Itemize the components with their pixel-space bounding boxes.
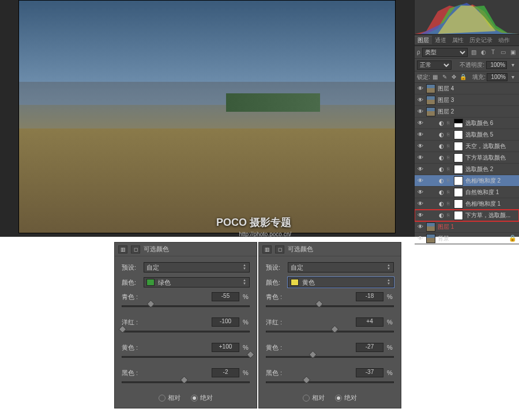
lock-transparency-icon[interactable]: ▦ <box>431 73 439 81</box>
slider-track[interactable] <box>122 353 250 361</box>
opacity-value[interactable]: 100% <box>486 61 507 69</box>
layer-row-0[interactable]: 👁图层 4 <box>415 83 519 94</box>
slider-track[interactable] <box>266 353 394 361</box>
layer-mask-thumb[interactable] <box>454 165 463 174</box>
tab-layers[interactable]: 图层 <box>415 36 432 44</box>
tab-properties[interactable]: 属性 <box>449 36 467 44</box>
layer-row-9[interactable]: 👁◐⎘自然饱和度 1 <box>415 187 519 198</box>
layer-thumb[interactable] <box>426 107 435 116</box>
layer-mask-thumb[interactable] <box>454 188 463 197</box>
tab-history[interactable]: 历史记录 <box>467 36 495 44</box>
visibility-toggle-icon[interactable]: 👁 <box>417 189 424 196</box>
layer-mask-thumb[interactable] <box>454 211 463 220</box>
layer-row-11[interactable]: 👁◐⎘下方草，选取颜... <box>415 210 519 221</box>
lock-all-icon[interactable]: 🔒 <box>459 73 467 81</box>
layer-name[interactable]: 图层 1 <box>438 223 454 231</box>
slider-value[interactable]: -2 <box>212 368 239 377</box>
preset-select-b[interactable]: 自定▲▼ <box>288 262 394 273</box>
filter-pixel-icon[interactable]: ▧ <box>469 48 477 56</box>
panel-icon-b[interactable]: ▥ <box>262 245 272 253</box>
layers-list[interactable]: 👁图层 4👁图层 3👁图层 2👁◐⎘选取颜色 6👁◐⎘选取颜色 5👁◐⎘天空，选… <box>415 83 519 244</box>
slider-value[interactable]: -18 <box>356 292 383 301</box>
panel-icon-a[interactable]: ▥ <box>118 245 127 253</box>
filter-adjust-icon[interactable]: ◐ <box>479 48 487 56</box>
slider-value[interactable]: +4 <box>356 317 383 327</box>
layer-name[interactable]: 下方草选取颜色 <box>465 154 506 162</box>
slider-value[interactable]: -55 <box>212 292 239 301</box>
visibility-toggle-icon[interactable]: 👁 <box>417 143 424 150</box>
slider-value[interactable]: +100 <box>212 343 239 352</box>
visibility-toggle-icon[interactable]: 👁 <box>417 97 424 104</box>
layer-name[interactable]: 图层 2 <box>438 108 454 116</box>
fill-chevron-icon[interactable]: ▾ <box>509 73 517 81</box>
visibility-toggle-icon[interactable]: 👁 <box>417 154 424 161</box>
slider-value[interactable]: -37 <box>356 368 383 377</box>
visibility-toggle-icon[interactable]: 👁 <box>417 212 424 219</box>
lock-position-icon[interactable]: ✥ <box>450 73 458 81</box>
radio-relative-a[interactable]: 相对 <box>159 393 180 402</box>
layer-name[interactable]: 图层 3 <box>438 96 454 104</box>
layer-name[interactable]: 选取颜色 2 <box>465 165 493 173</box>
visibility-toggle-icon[interactable]: 👁 <box>417 177 424 184</box>
layer-row-8[interactable]: 👁◐⎘色相/饱和度 2 <box>415 175 519 187</box>
slider-track[interactable] <box>266 328 394 336</box>
layer-row-12[interactable]: 👁图层 1 <box>415 221 519 233</box>
tab-actions[interactable]: 动作 <box>495 36 513 44</box>
filter-smart-icon[interactable]: ▣ <box>509 48 517 56</box>
slider-track[interactable] <box>122 328 250 336</box>
color-select-a[interactable]: 绿色▲▼ <box>144 277 250 287</box>
layer-mask-thumb[interactable] <box>454 176 463 186</box>
layer-thumb[interactable] <box>426 96 435 105</box>
visibility-toggle-icon[interactable]: 👁 <box>417 200 424 207</box>
layer-mask-thumb[interactable] <box>454 199 463 209</box>
layer-name[interactable]: 色相/饱和度 2 <box>465 177 501 185</box>
visibility-toggle-icon[interactable]: 👁 <box>417 166 424 173</box>
layer-mask-thumb[interactable] <box>454 153 463 162</box>
layer-name[interactable]: 选取颜色 6 <box>465 119 493 127</box>
layer-mask-thumb[interactable] <box>454 119 463 128</box>
layer-mask-thumb[interactable] <box>454 142 463 151</box>
layer-name[interactable]: 图层 4 <box>438 85 454 93</box>
layer-thumb[interactable] <box>426 234 435 243</box>
layer-name[interactable]: 色相/饱和度 1 <box>465 200 501 208</box>
layer-row-7[interactable]: 👁◐⎘选取颜色 2 <box>415 164 519 175</box>
layer-row-10[interactable]: 👁◐⎘色相/饱和度 1 <box>415 198 519 210</box>
slider-value[interactable]: -27 <box>356 343 383 352</box>
layer-thumb[interactable] <box>426 84 435 93</box>
layer-thumb[interactable] <box>426 222 435 232</box>
slider-track[interactable] <box>122 302 250 311</box>
layer-row-5[interactable]: 👁◐⎘天空，选取颜色 <box>415 141 519 152</box>
fill-value[interactable]: 100% <box>487 73 507 81</box>
layer-row-4[interactable]: 👁◐⎘选取颜色 5 <box>415 129 519 141</box>
radio-absolute-b[interactable]: 绝对 <box>335 393 357 402</box>
visibility-toggle-icon[interactable]: 👁 <box>417 224 424 230</box>
visibility-toggle-icon[interactable]: 👁 <box>417 85 424 92</box>
opacity-chevron-icon[interactable]: ▾ <box>509 61 517 69</box>
slider-track[interactable] <box>122 379 250 387</box>
layer-row-3[interactable]: 👁◐⎘选取颜色 6 <box>415 118 519 129</box>
tab-channels[interactable]: 通道 <box>432 36 449 44</box>
blend-mode-select[interactable]: 正常 <box>417 60 452 70</box>
document-canvas[interactable]: POCO 摄影专题 http://photo.poco.cn/ <box>18 0 396 233</box>
visibility-toggle-icon[interactable]: 👁 <box>417 131 424 138</box>
radio-absolute-a[interactable]: 绝对 <box>191 393 213 402</box>
slider-track[interactable] <box>266 379 394 387</box>
layer-name[interactable]: 天空，选取颜色 <box>465 142 506 150</box>
slider-track[interactable] <box>266 302 394 311</box>
filter-shape-icon[interactable]: ▭ <box>499 48 507 56</box>
visibility-toggle-icon[interactable]: 👁 <box>417 235 424 242</box>
layer-row-1[interactable]: 👁图层 3 <box>415 94 519 106</box>
lock-pixels-icon[interactable]: ✎ <box>441 73 449 81</box>
layer-name[interactable]: 下方草，选取颜... <box>465 211 510 220</box>
histogram-panel[interactable] <box>415 0 519 35</box>
layer-mask-thumb[interactable] <box>454 130 463 139</box>
layer-filter-select[interactable]: 类型 <box>422 48 468 57</box>
layer-name[interactable]: 选取颜色 5 <box>465 131 493 139</box>
layer-row-2[interactable]: 👁图层 2 <box>415 106 519 118</box>
preset-select-a[interactable]: 自定▲▼ <box>144 262 250 273</box>
layer-name[interactable]: 背景 <box>438 234 449 243</box>
layer-row-13[interactable]: 👁背景🔒 <box>415 233 519 244</box>
panel-mask-icon-b[interactable]: ◻ <box>275 245 284 253</box>
panel-mask-icon-a[interactable]: ◻ <box>131 245 140 253</box>
visibility-toggle-icon[interactable]: 👁 <box>417 120 424 127</box>
